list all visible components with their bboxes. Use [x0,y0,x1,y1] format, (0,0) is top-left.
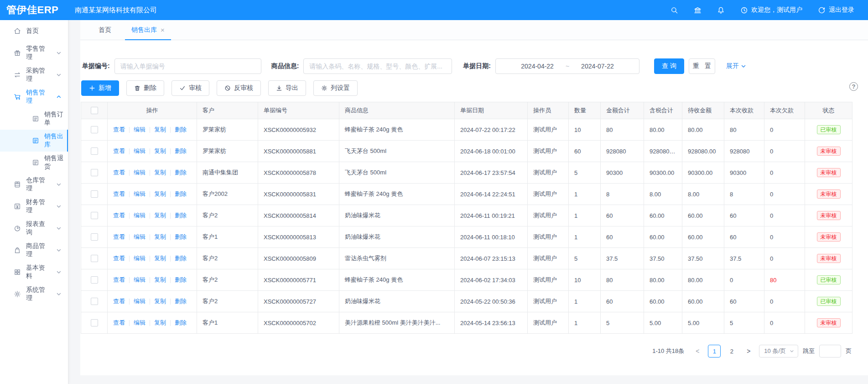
sidebar-item-products[interactable]: 商品管理 [0,239,68,261]
copy-link[interactable]: 复制 [154,168,166,177]
edit-link[interactable]: 编辑 [134,319,146,327]
cell-tax-total: 60.00 [644,291,682,312]
delete-link[interactable]: 删除 [175,168,187,177]
page-button-2[interactable]: 2 [725,345,738,358]
cell-tax-total: 5.00 [644,312,682,334]
search-icon[interactable] [670,6,678,14]
tab-home[interactable]: 首页 [88,20,121,40]
search-button[interactable]: 查 询 [654,58,684,74]
delete-link[interactable]: 删除 [175,319,187,327]
copy-link[interactable]: 复制 [154,147,166,155]
cell-operator: 测试用户 [528,119,569,141]
delete-link[interactable]: 删除 [175,147,187,155]
row-checkbox[interactable] [91,126,98,133]
view-link[interactable]: 查看 [113,147,125,155]
row-checkbox[interactable] [91,276,98,284]
filter-bar: 单据编号: 商品信息: 单据日期: 2024-04-22 ~ 2024-07-2… [80,40,868,74]
copy-link[interactable]: 复制 [154,211,166,220]
add-button[interactable]: 新增 [81,80,119,96]
date-range-picker[interactable]: 2024-04-22 ~ 2024-07-22 [495,58,639,74]
reset-button[interactable]: 重 置 [689,58,715,74]
sidebar-item-finance[interactable]: 财务管理 [0,195,68,217]
copy-link[interactable]: 复制 [154,126,166,134]
view-link[interactable]: 查看 [113,190,125,198]
date-end[interactable]: 2024-07-22 [581,63,614,70]
sidebar-item-basedata[interactable]: 基本资料 [0,261,68,283]
view-link[interactable]: 查看 [113,233,125,241]
row-checkbox[interactable] [91,169,98,176]
copy-link[interactable]: 复制 [154,190,166,198]
sidebar-item-retail[interactable]: 零售管理 [0,42,68,64]
edit-link[interactable]: 编辑 [134,147,146,155]
sidebar-item-home[interactable]: 首页 [0,20,68,42]
export-button[interactable]: 导出 [268,80,306,96]
row-checkbox[interactable] [91,212,98,219]
prev-page-button[interactable]: < [691,345,703,357]
edit-link[interactable]: 编辑 [134,233,146,241]
view-link[interactable]: 查看 [113,168,125,177]
cell-received: 60 [724,226,764,248]
edit-link[interactable]: 编辑 [134,276,146,284]
row-checkbox[interactable] [91,190,98,198]
sidebar-item-system[interactable]: 系统管理 [0,283,68,305]
edit-link[interactable]: 编辑 [134,297,146,305]
delete-button[interactable]: 删除 [126,80,164,96]
header-amount: 金额合计 [601,102,644,119]
tab-sales-outbound[interactable]: 销售出库 × [121,20,175,40]
delete-link[interactable]: 删除 [175,190,187,198]
bell-icon[interactable] [717,6,725,14]
view-link[interactable]: 查看 [113,276,125,284]
row-checkbox[interactable] [91,147,98,155]
delete-link[interactable]: 删除 [175,126,187,134]
jump-page-input[interactable] [819,345,841,358]
copy-link[interactable]: 复制 [154,297,166,305]
view-link[interactable]: 查看 [113,319,125,327]
sidebar-item-sales-return[interactable]: 销售退货 [0,152,68,174]
select-all-checkbox[interactable] [91,107,98,114]
delete-link[interactable]: 删除 [175,276,187,284]
copy-link[interactable]: 复制 [154,276,166,284]
gift-icon [14,49,21,57]
copy-link[interactable]: 复制 [154,233,166,241]
row-checkbox[interactable] [91,233,98,241]
copy-link[interactable]: 复制 [154,254,166,263]
delete-link[interactable]: 删除 [175,297,187,305]
row-checkbox[interactable] [91,319,98,326]
sidebar-item-warehouse[interactable]: 仓库管理 [0,174,68,195]
view-link[interactable]: 查看 [113,126,125,134]
row-checkbox[interactable] [91,255,98,262]
bank-icon[interactable] [694,6,702,14]
audit-button[interactable]: 审核 [172,80,209,96]
sidebar-item-sales-order[interactable]: 销售订单 [0,108,68,130]
help-icon[interactable]: ? [849,82,858,91]
edit-link[interactable]: 编辑 [134,190,146,198]
unaudit-button[interactable]: 反审核 [217,80,261,96]
delete-link[interactable]: 删除 [175,254,187,263]
bill-no-input[interactable] [114,58,261,74]
product-info-input[interactable] [303,58,452,74]
delete-link[interactable]: 删除 [175,233,187,241]
edit-link[interactable]: 编辑 [134,254,146,263]
page-size-select[interactable]: 10 条/页 [759,345,798,358]
view-link[interactable]: 查看 [113,211,125,220]
expand-toggle[interactable]: 展开 [726,62,746,70]
date-start[interactable]: 2024-04-22 [521,63,554,70]
close-icon[interactable]: × [161,26,165,34]
sidebar-item-sales[interactable]: 销售管理 [0,86,68,108]
edit-link[interactable]: 编辑 [134,211,146,220]
edit-link[interactable]: 编辑 [134,126,146,134]
view-link[interactable]: 查看 [113,254,125,263]
logout-button[interactable]: 退出登录 [818,6,854,14]
delete-link[interactable]: 删除 [175,211,187,220]
column-settings-button[interactable]: 列设置 [313,80,358,96]
view-link[interactable]: 查看 [113,297,125,305]
row-checkbox[interactable] [91,298,98,305]
copy-link[interactable]: 复制 [154,319,166,327]
sidebar-item-sales-outbound[interactable]: 销售出库 [0,130,68,152]
next-page-button[interactable]: > [743,345,754,357]
page-button-1[interactable]: 1 [708,345,721,358]
edit-link[interactable]: 编辑 [134,168,146,177]
sidebar-item-reports[interactable]: 报表查询 [0,217,68,239]
user-welcome[interactable]: 欢迎您，测试用户 [740,6,802,14]
sidebar-item-purchase[interactable]: 采购管理 [0,64,68,86]
